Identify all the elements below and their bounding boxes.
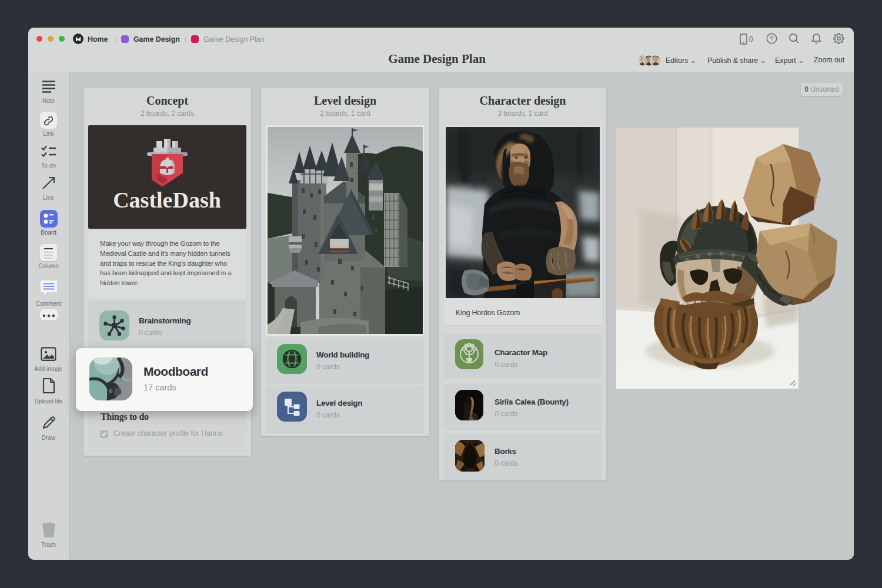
svg-text:0: 0 [749,35,753,44]
svg-text:CastleDash: CastleDash [113,188,221,212]
svg-text:?: ? [770,35,773,42]
